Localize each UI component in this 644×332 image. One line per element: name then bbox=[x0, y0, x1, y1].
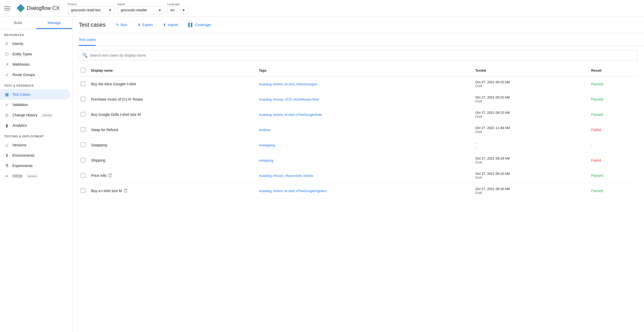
row-checkbox[interactable] bbox=[81, 158, 85, 162]
sidebar-item-validation[interactable]: ✓ Validation bbox=[0, 100, 70, 110]
table-row: Buy the Alice Googler t-shirt#catalog, #… bbox=[79, 77, 638, 92]
tag[interactable]: #tourmovie, bbox=[285, 174, 303, 178]
row-tags: #catalog, #shirts, #t-shirt, #TheGoogleF… bbox=[257, 183, 473, 199]
tab-manage[interactable]: Manage bbox=[36, 17, 72, 29]
tag[interactable]: #shirts, bbox=[273, 82, 284, 86]
tag[interactable]: #AliceGoogler bbox=[296, 82, 317, 86]
row-result: Passed bbox=[589, 107, 638, 122]
import-button[interactable]: ⬆ Import bbox=[159, 21, 182, 29]
row-tags: #catalog, #music, #tourmovie, #shirts bbox=[257, 168, 473, 183]
chevron-down-icon: ▾ bbox=[109, 8, 111, 12]
tag[interactable]: #live bbox=[312, 97, 319, 101]
tag[interactable]: #shirts, bbox=[273, 189, 284, 193]
tag[interactable]: #t-shirt, bbox=[284, 113, 296, 117]
tab-test-cases[interactable]: Test cases bbox=[79, 33, 96, 46]
sidebar: Build Manage RESOURCES ≡ Intents ⬡ Entit… bbox=[0, 17, 72, 332]
sidebar-item-test-cases[interactable]: ▦ Test Cases bbox=[0, 89, 70, 100]
sidebar-item-versions[interactable]: ◇ Versions bbox=[0, 140, 70, 150]
row-checkbox[interactable] bbox=[81, 127, 85, 132]
tag[interactable]: #catalog, bbox=[259, 189, 273, 193]
environments-icon: ⬇ bbox=[4, 153, 9, 158]
language-dropdown[interactable]: en ▾ bbox=[167, 6, 188, 14]
tag[interactable]: #t-shirt, bbox=[284, 189, 296, 193]
table-row: Swapping#swapping --- bbox=[79, 138, 638, 153]
tag[interactable]: #swapping bbox=[259, 143, 275, 147]
run-button[interactable]: ↻ Run bbox=[112, 21, 131, 29]
tab-build[interactable]: Build bbox=[0, 17, 36, 29]
sidebar-item-entity-types[interactable]: ⬡ Entity Types bbox=[0, 49, 70, 59]
tag[interactable]: #shirts, bbox=[273, 113, 284, 117]
row-checkbox-cell bbox=[79, 183, 89, 199]
row-tested: Oct 27, 2021 09:19 AMDraft bbox=[473, 153, 589, 168]
tag[interactable]: #TheGoogleFighters bbox=[296, 189, 327, 193]
header-checkbox-cell bbox=[79, 65, 89, 77]
row-tested: Oct 27, 2021 09:15 AMDraft bbox=[473, 92, 589, 107]
sidebar-item-label: CI/CD bbox=[12, 174, 22, 178]
tag[interactable]: #t-shirt, bbox=[284, 82, 296, 86]
sidebar-item-analytics[interactable]: ▮ Analytics bbox=[0, 120, 70, 131]
select-all-checkbox[interactable] bbox=[81, 68, 85, 72]
row-checkbox-cell bbox=[79, 168, 89, 183]
tag[interactable]: #music, bbox=[273, 174, 285, 178]
row-result: - bbox=[589, 138, 638, 153]
content-tab-bar: Test cases bbox=[72, 33, 644, 46]
row-checkbox[interactable] bbox=[81, 142, 85, 147]
row-checkbox[interactable] bbox=[81, 81, 85, 86]
row-checkbox-cell bbox=[79, 107, 89, 122]
tag[interactable]: #GsNRoses bbox=[293, 97, 311, 101]
versions-icon: ◇ bbox=[4, 142, 9, 148]
coverage-button[interactable]: ▌▌ Coverage bbox=[184, 21, 215, 29]
tag[interactable]: #catalog, bbox=[259, 174, 273, 178]
row-checkbox[interactable] bbox=[81, 112, 85, 117]
sidebar-item-cicd[interactable]: ∞ CI/CD preview bbox=[0, 171, 70, 181]
validation-icon: ✓ bbox=[4, 102, 9, 107]
cicd-icon: ∞ bbox=[4, 173, 9, 179]
sidebar-item-experiments[interactable]: ⚗ Experiments bbox=[0, 161, 70, 171]
tag[interactable]: #shirts bbox=[303, 174, 313, 178]
export-button[interactable]: ⬇ Export bbox=[134, 21, 157, 29]
note-icon: 🗒 bbox=[123, 188, 128, 194]
main-content: Test cases ↻ Run ⬇ Export ⬆ Import ▌▌ Co… bbox=[72, 17, 644, 332]
row-display-name: Swap for Refund bbox=[89, 122, 257, 138]
tag[interactable]: #CD, bbox=[285, 97, 293, 101]
row-result: Failed bbox=[589, 153, 638, 168]
search-input[interactable] bbox=[90, 53, 634, 57]
row-checkbox[interactable] bbox=[81, 97, 85, 101]
sidebar-item-route-groups[interactable]: ⤢ Route Groups bbox=[0, 70, 70, 80]
sidebar-item-environments[interactable]: ⬇ Environments bbox=[0, 150, 70, 161]
sidebar-item-webhooks[interactable]: ↗ Webhooks bbox=[0, 59, 70, 70]
chevron-down-icon: ▾ bbox=[159, 8, 161, 12]
agent-label: Agent bbox=[118, 3, 164, 6]
language-label: Language bbox=[167, 3, 188, 6]
table-row: Purchase music of G's N' Roses#catalog, … bbox=[79, 92, 638, 107]
hamburger-menu-icon[interactable] bbox=[4, 5, 10, 11]
header-actions: ↻ Run ⬇ Export ⬆ Import ▌▌ Coverage bbox=[112, 21, 215, 29]
header-display-name: Display name bbox=[89, 65, 257, 77]
sidebar-item-label: Route Groups bbox=[12, 73, 35, 77]
row-checkbox[interactable] bbox=[81, 173, 85, 178]
agent-dropdown[interactable]: grecords-retailer ▾ bbox=[118, 6, 164, 14]
intents-icon: ≡ bbox=[4, 41, 9, 46]
language-dropdown-wrap: Language en ▾ bbox=[167, 3, 188, 14]
topbar: Dialogflow CX Project grecords-retail-bo… bbox=[0, 0, 644, 17]
row-checkbox[interactable] bbox=[81, 188, 85, 193]
sidebar-item-intents[interactable]: ≡ Intents bbox=[0, 39, 70, 49]
header-tested: Tested bbox=[473, 65, 589, 77]
sidebar-item-label: Environments bbox=[12, 153, 35, 157]
logo-icon bbox=[17, 4, 25, 12]
tag[interactable]: #TheGoogleDolls bbox=[296, 113, 322, 117]
sidebar-item-change-history[interactable]: ◷ Change History preview bbox=[0, 110, 70, 120]
agent-dropdown-wrap: Agent grecords-retailer ▾ bbox=[118, 3, 164, 14]
sidebar-item-label: Entity Types bbox=[12, 52, 32, 56]
sidebar-item-label: Change History bbox=[12, 113, 38, 117]
row-tested: Oct 27, 2021 11:48 AMDraft bbox=[473, 122, 589, 138]
tag[interactable]: #catalog, bbox=[259, 82, 273, 86]
project-dropdown[interactable]: grecords-retail-bot ▾ bbox=[68, 6, 114, 14]
tag[interactable]: #catalog, bbox=[259, 113, 273, 117]
row-display-name: Buy a t-shirt size M🗒 bbox=[89, 183, 257, 199]
tag[interactable]: #catalog, bbox=[259, 97, 273, 101]
row-tested: -- bbox=[473, 138, 589, 153]
tag[interactable]: #shipping bbox=[259, 159, 273, 162]
tag[interactable]: #refund bbox=[259, 128, 270, 132]
tag[interactable]: #music, bbox=[273, 97, 285, 101]
